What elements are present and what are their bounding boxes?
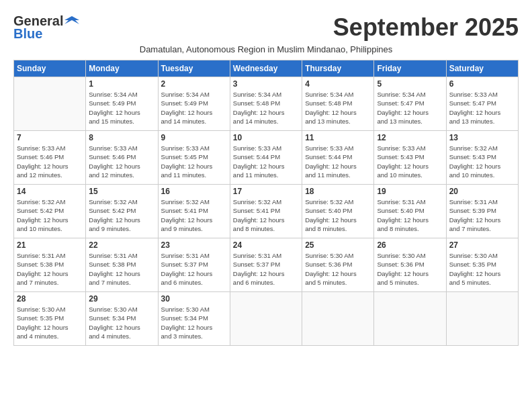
day-number: 3	[233, 79, 299, 89]
sunrise-text: Sunrise: 5:31 AM	[17, 251, 83, 260]
day-number: 30	[161, 294, 227, 304]
day-number: 14	[17, 187, 83, 196]
calendar-cell: 4Sunrise: 5:34 AMSunset: 5:48 PMDaylight…	[302, 77, 374, 131]
daylight-line2: and 10 minutes.	[449, 171, 515, 179]
sunset-text: Sunset: 5:42 PM	[89, 206, 154, 215]
day-number: 12	[377, 133, 443, 142]
daylight-line2: and 6 minutes.	[161, 278, 227, 287]
daylight-line1: Daylight: 12 hours	[161, 269, 227, 278]
logo: General Blue	[13, 13, 79, 42]
day-info: Sunrise: 5:32 AMSunset: 5:42 PMDaylight:…	[17, 197, 83, 233]
calendar-cell: 8Sunrise: 5:33 AMSunset: 5:46 PMDaylight…	[86, 131, 158, 185]
day-number: 6	[449, 79, 515, 89]
sunset-text: Sunset: 5:35 PM	[449, 260, 515, 269]
sunrise-text: Sunrise: 5:34 AM	[161, 90, 227, 99]
daylight-line1: Daylight: 12 hours	[17, 323, 83, 332]
daylight-line1: Daylight: 12 hours	[233, 162, 299, 171]
day-info: Sunrise: 5:34 AMSunset: 5:47 PMDaylight:…	[377, 90, 443, 126]
sunset-text: Sunset: 5:43 PM	[449, 152, 515, 161]
calendar-cell: 6Sunrise: 5:33 AMSunset: 5:47 PMDaylight…	[446, 77, 518, 131]
daylight-line2: and 13 minutes.	[377, 117, 443, 126]
daylight-line1: Daylight: 12 hours	[89, 108, 154, 117]
sunrise-text: Sunrise: 5:32 AM	[161, 197, 227, 206]
calendar-cell	[230, 292, 302, 346]
calendar-cell: 22Sunrise: 5:31 AMSunset: 5:38 PMDayligh…	[86, 238, 158, 292]
day-info: Sunrise: 5:34 AMSunset: 5:49 PMDaylight:…	[89, 90, 154, 126]
day-info: Sunrise: 5:33 AMSunset: 5:46 PMDaylight:…	[89, 144, 154, 179]
daylight-line1: Daylight: 12 hours	[305, 108, 371, 117]
day-info: Sunrise: 5:30 AMSunset: 5:36 PMDaylight:…	[305, 251, 371, 287]
sunset-text: Sunset: 5:35 PM	[17, 314, 83, 322]
sunrise-text: Sunrise: 5:33 AM	[233, 144, 299, 152]
calendar-cell: 29Sunrise: 5:30 AMSunset: 5:34 PMDayligh…	[86, 292, 158, 346]
daylight-line2: and 12 minutes.	[17, 171, 83, 179]
daylight-line2: and 13 minutes.	[305, 117, 371, 126]
day-info: Sunrise: 5:33 AMSunset: 5:47 PMDaylight:…	[449, 90, 515, 126]
day-info: Sunrise: 5:30 AMSunset: 5:34 PMDaylight:…	[89, 305, 154, 340]
calendar-cell: 2Sunrise: 5:34 AMSunset: 5:49 PMDaylight…	[158, 77, 230, 131]
daylight-line1: Daylight: 12 hours	[89, 162, 154, 171]
calendar-cell: 18Sunrise: 5:32 AMSunset: 5:40 PMDayligh…	[302, 185, 374, 238]
sunrise-text: Sunrise: 5:33 AM	[377, 144, 443, 152]
daylight-line2: and 4 minutes.	[89, 332, 154, 340]
calendar-subtitle: Damatulan, Autonomous Region in Muslim M…	[13, 44, 519, 54]
calendar-cell: 5Sunrise: 5:34 AMSunset: 5:47 PMDaylight…	[374, 77, 446, 131]
day-info: Sunrise: 5:33 AMSunset: 5:46 PMDaylight:…	[17, 144, 83, 179]
sunrise-text: Sunrise: 5:33 AM	[305, 144, 371, 152]
day-info: Sunrise: 5:33 AMSunset: 5:43 PMDaylight:…	[377, 144, 443, 179]
day-info: Sunrise: 5:31 AMSunset: 5:40 PMDaylight:…	[377, 197, 443, 233]
sunset-text: Sunset: 5:43 PM	[377, 152, 443, 161]
day-number: 23	[161, 240, 227, 250]
calendar-cell: 25Sunrise: 5:30 AMSunset: 5:36 PMDayligh…	[302, 238, 374, 292]
sunset-text: Sunset: 5:41 PM	[161, 206, 227, 215]
sunrise-text: Sunrise: 5:30 AM	[377, 251, 443, 260]
day-number: 25	[305, 240, 371, 250]
daylight-line2: and 8 minutes.	[305, 224, 371, 233]
sunrise-text: Sunrise: 5:33 AM	[161, 144, 227, 152]
sunrise-text: Sunrise: 5:34 AM	[377, 90, 443, 99]
daylight-line1: Daylight: 12 hours	[161, 108, 227, 117]
calendar-week-row: 21Sunrise: 5:31 AMSunset: 5:38 PMDayligh…	[14, 238, 519, 292]
sunrise-text: Sunrise: 5:32 AM	[89, 197, 154, 206]
daylight-line2: and 5 minutes.	[449, 278, 515, 287]
month-title: September 2025	[333, 13, 519, 42]
day-number: 1	[89, 79, 154, 89]
day-info: Sunrise: 5:34 AMSunset: 5:49 PMDaylight:…	[161, 90, 227, 126]
day-number: 18	[305, 187, 371, 196]
sunrise-text: Sunrise: 5:30 AM	[161, 305, 227, 314]
day-number: 20	[449, 187, 515, 196]
sunset-text: Sunset: 5:38 PM	[89, 260, 154, 269]
sunset-text: Sunset: 5:49 PM	[161, 99, 227, 107]
day-info: Sunrise: 5:30 AMSunset: 5:35 PMDaylight:…	[17, 305, 83, 340]
sunrise-text: Sunrise: 5:33 AM	[449, 90, 515, 99]
sunset-text: Sunset: 5:47 PM	[449, 99, 515, 107]
calendar-cell: 13Sunrise: 5:32 AMSunset: 5:43 PMDayligh…	[446, 131, 518, 185]
calendar-cell	[302, 292, 374, 346]
calendar-cell: 20Sunrise: 5:31 AMSunset: 5:39 PMDayligh…	[446, 185, 518, 238]
sunrise-text: Sunrise: 5:30 AM	[17, 305, 83, 314]
daylight-line1: Daylight: 12 hours	[449, 162, 515, 171]
daylight-line2: and 10 minutes.	[17, 224, 83, 233]
daylight-line1: Daylight: 12 hours	[161, 323, 227, 332]
calendar-cell: 21Sunrise: 5:31 AMSunset: 5:38 PMDayligh…	[14, 238, 86, 292]
day-number: 8	[89, 133, 154, 142]
sunset-text: Sunset: 5:45 PM	[161, 152, 227, 161]
daylight-line1: Daylight: 12 hours	[377, 162, 443, 171]
svg-marker-0	[64, 16, 79, 24]
sunrise-text: Sunrise: 5:30 AM	[89, 305, 154, 314]
day-number: 11	[305, 133, 371, 142]
sunset-text: Sunset: 5:40 PM	[377, 206, 443, 215]
sunrise-text: Sunrise: 5:34 AM	[89, 90, 154, 99]
day-info: Sunrise: 5:34 AMSunset: 5:48 PMDaylight:…	[305, 90, 371, 126]
daylight-line2: and 5 minutes.	[377, 278, 443, 287]
daylight-line2: and 9 minutes.	[89, 224, 154, 233]
day-number: 29	[89, 294, 154, 304]
calendar-cell: 23Sunrise: 5:31 AMSunset: 5:37 PMDayligh…	[158, 238, 230, 292]
day-info: Sunrise: 5:31 AMSunset: 5:37 PMDaylight:…	[161, 251, 227, 287]
calendar-cell: 9Sunrise: 5:33 AMSunset: 5:45 PMDaylight…	[158, 131, 230, 185]
calendar-cell	[374, 292, 446, 346]
weekday-header-row: SundayMondayTuesdayWednesdayThursdayFrid…	[14, 60, 519, 77]
day-number: 10	[233, 133, 299, 142]
sunrise-text: Sunrise: 5:32 AM	[449, 144, 515, 152]
calendar-week-row: 14Sunrise: 5:32 AMSunset: 5:42 PMDayligh…	[14, 185, 519, 238]
